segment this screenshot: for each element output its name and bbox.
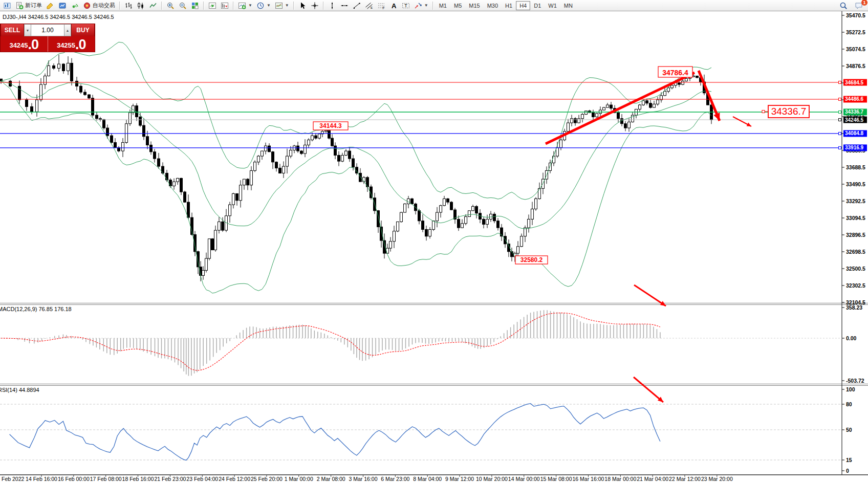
chart-shift-button[interactable] — [219, 1, 231, 10]
time-axis[interactable]: Feb 202214 Feb 16:0016 Feb 00:0017 Feb 0… — [2, 475, 733, 482]
timeframe-W1[interactable]: W1 — [545, 1, 560, 10]
trendline-icon — [353, 2, 361, 10]
horizontal-line-button[interactable] — [338, 1, 351, 10]
market-watch-button[interactable] — [56, 1, 69, 10]
toolbar-button-label: 新订单 — [25, 2, 42, 9]
svg-text:8 Mar 04:00: 8 Mar 04:00 — [413, 476, 442, 482]
new-order-button[interactable]: 新订单 — [13, 1, 44, 10]
timeframe-MN[interactable]: MN — [560, 1, 576, 10]
svg-text:33916.9: 33916.9 — [845, 145, 864, 150]
zoom-in-button[interactable] — [164, 1, 177, 10]
text-label-button[interactable]: T — [400, 1, 412, 10]
crosshair-button[interactable] — [309, 1, 321, 10]
text-button[interactable]: A — [387, 1, 400, 10]
notification-badge: 1 — [861, 0, 867, 6]
svg-text:0: 0 — [846, 468, 849, 474]
periods-button[interactable]: ▼ — [254, 1, 273, 10]
trendline-button[interactable] — [351, 1, 363, 10]
svg-text:21 Feb 23:00: 21 Feb 23:00 — [154, 476, 186, 482]
svg-text:1 Mar 00:00: 1 Mar 00:00 — [285, 476, 313, 482]
chart-shortcut-button[interactable] — [1, 1, 13, 10]
toolbar-group — [296, 0, 321, 11]
buy-price[interactable]: 34255.0 — [48, 36, 95, 52]
chart-canvas[interactable]: 35470.535272.535074.534876.534678.534480… — [0, 11, 868, 483]
linechart-icon — [149, 2, 157, 10]
toolbar-separator — [119, 2, 120, 10]
arrows-button[interactable]: ▼ — [412, 1, 430, 10]
line-chart-button[interactable] — [147, 1, 159, 10]
signals-button[interactable] — [69, 1, 81, 10]
caret-down-icon: ▼ — [285, 3, 289, 8]
sell-price-main: 34245 — [9, 40, 28, 51]
svg-text:9 Mar 12:00: 9 Mar 12:00 — [445, 476, 474, 482]
svg-text:33688.5: 33688.5 — [846, 164, 865, 170]
toolbar-separator — [203, 2, 204, 10]
timeframe-M5[interactable]: M5 — [450, 1, 465, 10]
volume-input[interactable]: 1.00 — [31, 24, 64, 36]
metaeditor-button[interactable] — [44, 1, 56, 10]
timeframe-H1[interactable]: H1 — [502, 1, 516, 10]
auto-scroll-button[interactable] — [206, 1, 219, 10]
zoom-out-icon — [179, 2, 187, 10]
sell-price[interactable]: 34245.0 — [1, 36, 48, 52]
caret-down-icon: ▼ — [248, 3, 252, 8]
text-icon: A — [389, 2, 398, 10]
cursor-button[interactable] — [296, 1, 309, 10]
svg-text:21 Mar 04:00: 21 Mar 04:00 — [637, 476, 668, 482]
toolbar-group: ▼▼▼ — [236, 0, 291, 11]
search-button[interactable] — [837, 1, 850, 10]
svg-text:14 Mar 00:00: 14 Mar 00:00 — [508, 476, 540, 482]
auto-trading-button[interactable]: 自动交易 — [81, 1, 117, 10]
buy-price-frac: .0 — [75, 38, 86, 51]
price-annotations[interactable]: 34144.334786.432580.234336.7 — [313, 67, 809, 264]
toolbar-separator — [293, 2, 294, 10]
new-order-icon — [15, 2, 24, 10]
template-icon — [275, 2, 283, 10]
timeframe-M30[interactable]: M30 — [484, 1, 502, 10]
mini-chart-icon — [3, 2, 11, 10]
svg-text:17 Feb 08:00: 17 Feb 08:00 — [90, 476, 122, 482]
indicators-button[interactable]: ▼ — [236, 1, 254, 10]
price-badges: 34684.534486.634336.734084.833916.934246… — [839, 79, 867, 151]
chart-area[interactable]: DJ30-,H4 34246.5 34246.5 34246.5 34246.5… — [0, 11, 868, 483]
svg-text:34084.8: 34084.8 — [845, 130, 864, 136]
sell-button[interactable]: SELL — [1, 24, 24, 36]
rsi-line — [10, 404, 660, 460]
candlestick-chart-button[interactable] — [135, 1, 147, 10]
timeframe-H4[interactable]: H4 — [516, 1, 530, 10]
bars-icon — [124, 2, 133, 10]
equidistant-channel-button[interactable]: E — [363, 1, 375, 10]
svg-text:T: T — [404, 3, 407, 8]
svg-text:35272.5: 35272.5 — [846, 29, 865, 35]
pane-frame — [0, 11, 868, 475]
timeframe-M15[interactable]: M15 — [465, 1, 483, 10]
svg-text:14 Feb 16:00: 14 Feb 16:00 — [26, 476, 57, 482]
toolbar-separator — [323, 2, 324, 10]
timeframe-D1[interactable]: D1 — [530, 1, 545, 10]
svg-text:10 Mar 20:00: 10 Mar 20:00 — [476, 476, 508, 482]
svg-text:358.23: 358.23 — [846, 304, 862, 311]
zoom-out-button[interactable] — [177, 1, 189, 10]
volume-increase-button[interactable]: ▲ — [64, 24, 71, 36]
fibonacci-button[interactable]: F — [375, 1, 387, 10]
signal-icon — [71, 2, 79, 10]
svg-text:32580.2: 32580.2 — [520, 256, 543, 264]
notifications-button[interactable]: 1 — [853, 1, 865, 10]
vertical-line-button[interactable] — [326, 1, 338, 10]
buy-button[interactable]: BUY — [71, 24, 95, 36]
chart-shift-icon — [221, 2, 229, 10]
toolbar-button-label: 自动交易 — [93, 2, 115, 9]
macd-pane: 358.230.00-503.72 — [0, 304, 864, 384]
toolbar-group: 新订单自动交易 — [1, 0, 117, 11]
svg-text:22 Mar 12:00: 22 Mar 12:00 — [669, 476, 701, 482]
timeframe-M1[interactable]: M1 — [436, 1, 450, 10]
toolbar-group — [206, 0, 231, 11]
price-axis[interactable]: 35470.535272.535074.534876.534678.534480… — [842, 12, 865, 305]
macd-histogram — [1, 310, 660, 376]
templates-button[interactable]: ▼ — [273, 1, 291, 10]
bar-chart-button[interactable] — [122, 1, 135, 10]
svg-text:0.00: 0.00 — [846, 335, 857, 341]
volume-decrease-button[interactable]: ▼ — [24, 24, 31, 36]
crosshair-icon — [311, 2, 319, 10]
tile-windows-button[interactable] — [189, 1, 201, 10]
